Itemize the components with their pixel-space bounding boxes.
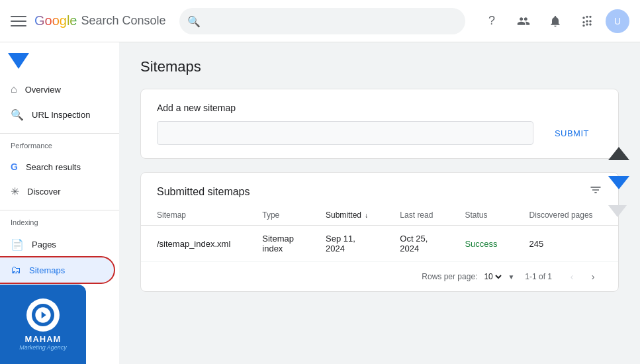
submitted-sitemaps-title: Submitted sitemaps (157, 186, 250, 198)
sitemaps-icon: 🗂 (11, 264, 21, 276)
watermark-sub-text: Marketing Agency (19, 344, 67, 351)
home-icon: ⌂ (11, 83, 17, 95)
sort-arrow-icon: ↓ (365, 212, 368, 219)
rows-per-page-label: Rows per page: (422, 272, 477, 281)
nav-section-performance: G Search results ✳ Discover (0, 152, 119, 207)
dropdown-arrow-icon: ▼ (508, 273, 514, 281)
discover-icon: ✳ (11, 185, 19, 198)
sidebar-item-discover-label: Discover (27, 187, 61, 197)
divider-1 (0, 133, 119, 134)
col-type: Type (246, 205, 310, 226)
apps-icon[interactable] (574, 8, 600, 34)
pagination-nav: ‹ › (563, 267, 602, 286)
property-selector[interactable] (0, 48, 119, 74)
table-head: Sitemap Type Submitted ↓ Last read Statu… (141, 205, 619, 226)
sidebar-item-sitemaps-label: Sitemaps (29, 265, 65, 275)
pagination-info: 1-1 of 1 (525, 272, 552, 281)
search-bar-wrapper: 🔍 (179, 8, 465, 34)
sidebar-item-url-inspection-label: URL Inspection (32, 110, 90, 120)
notifications-icon[interactable] (542, 8, 569, 34)
sidebar-item-overview-label: Overview (25, 85, 61, 95)
sidebar-item-overview[interactable]: ⌂ Overview (0, 77, 114, 102)
sidebar-item-pages[interactable]: 📄 Pages (0, 232, 114, 257)
cell-sitemap: /sitemap_index.xml (141, 226, 246, 262)
col-sitemap: Sitemap (141, 205, 246, 226)
table-body: /sitemap_index.xml Sitemap index Sep 11,… (141, 226, 619, 262)
scroll-triangles (608, 147, 629, 217)
property-triangle-icon[interactable] (8, 53, 29, 69)
avatar[interactable]: U (606, 9, 629, 33)
search-icon: 🔍 (187, 15, 201, 27)
rows-per-page-select[interactable]: 10 25 50 (481, 271, 504, 282)
performance-section-label: Performance (0, 136, 119, 152)
add-sitemap-section: Add a new sitemap SUBMIT (141, 89, 618, 158)
header: Google Search Console 🔍 ? U (0, 0, 640, 42)
hamburger-menu[interactable] (11, 13, 26, 29)
submitted-sitemaps-card: Submitted sitemaps Sitemap Type Submitte… (140, 172, 619, 292)
google-logo: Google (34, 13, 77, 28)
next-page-button[interactable]: › (584, 267, 602, 286)
add-sitemap-title: Add a new sitemap (157, 103, 602, 113)
sidebar-item-pages-label: Pages (32, 240, 56, 250)
table-row: /sitemap_index.xml Sitemap index Sep 11,… (141, 226, 619, 262)
cell-status: Success (449, 226, 513, 262)
add-sitemap-row: SUBMIT (157, 121, 602, 145)
sitemap-url-input[interactable] (157, 121, 533, 145)
cell-discovered-videos: 0 (609, 226, 619, 262)
prev-page-button[interactable]: ‹ (563, 267, 581, 286)
table-header: Submitted sitemaps (141, 173, 618, 205)
cell-last-read: Oct 25, 2024 (384, 226, 449, 262)
filter-icon[interactable] (589, 183, 602, 200)
indexing-section-label: Indexing (0, 213, 119, 229)
help-icon[interactable]: ? (479, 8, 505, 34)
col-status: Status (449, 205, 513, 226)
logo-area: Google Search Console (34, 13, 166, 28)
header-right: ? U (479, 8, 629, 34)
watermark-overlay: MAHAM Marketing Agency (0, 285, 86, 364)
col-discovered-pages: Discovered pages (514, 205, 609, 226)
divider-2 (0, 210, 119, 210)
table-header-row: Sitemap Type Submitted ↓ Last read Statu… (141, 205, 619, 226)
page-title: Sitemaps (140, 58, 619, 75)
nav-section-indexing: 📄 Pages 🗂 Sitemaps (0, 229, 119, 285)
manage-accounts-icon[interactable] (510, 8, 537, 34)
sidebar-item-url-inspection[interactable]: 🔍 URL Inspection (0, 102, 114, 128)
cell-type: Sitemap index (246, 226, 310, 262)
search-inspect-icon: 🔍 (11, 109, 24, 121)
nav-section-main: ⌂ Overview 🔍 URL Inspection (0, 74, 119, 130)
watermark-circle (26, 298, 60, 332)
table-footer: Rows per page: 10 25 50 ▼ 1-1 of 1 ‹ › (141, 262, 618, 291)
sidebar-item-discover[interactable]: ✳ Discover (0, 179, 114, 205)
search-input[interactable] (179, 8, 465, 34)
main-content: Sitemaps Add a new sitemap SUBMIT Submit… (119, 42, 640, 364)
watermark-brand-text: MAHAM (25, 334, 62, 344)
pages-icon: 📄 (11, 238, 24, 251)
scroll-down-triangle-2[interactable] (608, 205, 627, 217)
product-name: Search Console (81, 14, 166, 28)
layout: ⌂ Overview 🔍 URL Inspection Performance … (0, 42, 640, 364)
col-submitted[interactable]: Submitted ↓ (310, 205, 384, 226)
rows-per-page: Rows per page: 10 25 50 ▼ (422, 271, 514, 282)
scroll-up-triangle[interactable] (608, 147, 629, 160)
search-bar-container: 🔍 (179, 8, 465, 34)
watermark-logo (30, 302, 56, 328)
scroll-down-triangle-1[interactable] (608, 176, 629, 189)
sidebar-item-search-results-label: Search results (26, 162, 81, 172)
cell-submitted: Sep 11, 2024 (310, 226, 384, 262)
cell-discovered-pages: 245 (514, 226, 609, 262)
header-left: Google Search Console (11, 13, 166, 29)
add-sitemap-card: Add a new sitemap SUBMIT (140, 89, 619, 159)
sidebar-item-search-results[interactable]: G Search results (0, 155, 114, 179)
col-last-read: Last read (384, 205, 449, 226)
submit-sitemap-button[interactable]: SUBMIT (541, 121, 602, 145)
google-g-icon: G (11, 161, 18, 172)
sidebar-item-sitemaps[interactable]: 🗂 Sitemaps (0, 257, 114, 283)
sitemaps-table: Sitemap Type Submitted ↓ Last read Statu… (141, 205, 619, 262)
